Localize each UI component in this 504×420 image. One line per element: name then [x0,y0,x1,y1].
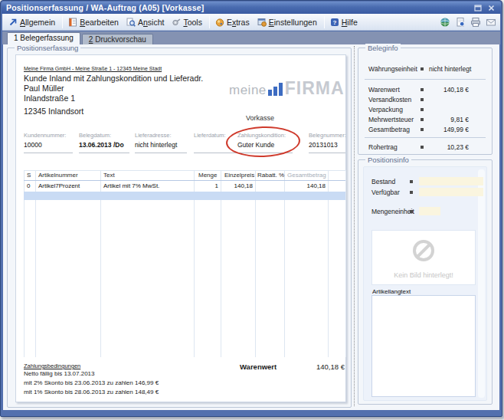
svg-text:?: ? [332,19,336,26]
beleginfo-row-waehrungseinheit: Währungseinheit nicht hinterlegt [358,65,492,74]
panel-divider[interactable] [354,46,355,406]
cell-gesamtbetrag[interactable]: 140,18 [284,182,326,189]
magnifier-page-icon [126,18,136,27]
menu-ansicht[interactable]: Ansicht [123,16,169,28]
scrollbar-track[interactable] [478,169,485,398]
col-header-s[interactable]: S [27,172,31,179]
menu-hilfe[interactable]: ? Hilfe [327,16,362,28]
col-header-text[interactable]: Text [103,172,115,179]
payment-terms-heading: Zahlungsbedingungen [24,363,80,369]
equals-marker [421,67,424,71]
menu-separator [62,16,63,28]
document-type: Vorkasse [246,114,274,122]
beleginfo-row-gesamtbetrag: Gesamtbetrag 149,99 € [358,126,492,135]
menu-tools[interactable]: Tools [169,16,207,28]
field-kundennummer[interactable]: Kundennummer: 10000 [24,132,73,153]
positionsinfo-row-mengeneinheit: Mengeneinheit [364,208,486,217]
app-window: Positionserfassung / WA-Auftrag (A05) [V… [0,0,502,417]
orb-icon [215,18,224,27]
beleginfo-row-versandkosten: Versandkosten [358,96,492,105]
separator-line [365,137,486,138]
positionsinfo-panel: Bestand Verfügbar Mengeneinheit Kein B [363,166,487,401]
equals-marker [410,180,413,183]
menu-einstellungen[interactable]: Einstellungen [254,16,322,28]
article-image-placeholder: Kein Bild hinterlegt! [371,230,476,285]
titlebar: Positionserfassung / WA-Auftrag (A05) [V… [2,2,501,14]
arrow-ne-icon [8,18,18,27]
col-header-menge[interactable]: Menge [198,172,217,179]
tab-belegerfassung[interactable]: 1 Belegerfassung [7,32,80,44]
help-icon: ? [330,18,339,27]
beleginfo-group: Beleginfo Währungseinheit nicht hinterle… [358,48,493,155]
cell-s[interactable]: 0 [27,182,30,189]
positions-table: S Artikelnummer Text Menge Einzelpreis R… [24,170,345,357]
export-button[interactable] [454,16,466,28]
payment-terms-line: mit 1% Skonto bis 28.06.2013 zu zahlen 1… [24,389,159,395]
equals-marker [421,88,424,91]
equals-marker [421,108,424,111]
globe-icon [440,17,450,28]
address-line: Paul Müller [24,84,64,93]
restore-icon [474,5,482,11]
payment-terms-line: mit 2% Skonto bis 23.06.2013 zu zahlen 1… [24,379,159,386]
tab-druckvorschau[interactable]: 2 Druckvorschau [82,34,153,44]
cell-artikelnummer[interactable]: Artikel7Prozent [38,182,80,189]
no-image-text: Kein Bild hinterlegt! [372,271,475,279]
document-preview: Meine Firma GmbH - Meine Straße 1 - 1234… [15,54,346,402]
separator-line [365,79,486,80]
equals-marker [421,98,424,101]
address-city: 12345 Inlandsort [24,107,83,116]
menu-bearbeiten[interactable]: Bearbeiten [65,16,123,28]
field-zahlungskondition[interactable]: Zahlungskondition: Guter Kunde [237,132,293,153]
menu-allgemein[interactable]: Allgemein [5,16,60,28]
cell-menge[interactable]: 1 [194,182,218,189]
equals-marker [410,210,413,213]
group-label: Beleginfo [365,44,401,52]
positionserfassung-group: Positionserfassung Meine Firma GmbH - Me… [7,48,352,408]
positionsinfo-row-bestand: Bestand [364,178,486,187]
positionsinfo-group: Positionsinfo Bestand Verfügbar Mengenei… [358,159,493,405]
menu-extras[interactable]: Extras [212,16,254,28]
logo-word2: FIRMA [285,81,345,97]
total-label: Warenwert [240,363,277,371]
document-export-icon [455,17,466,28]
longtext-label: Artikellangtext [372,288,411,295]
close-button[interactable] [486,3,496,12]
tabstrip: 1 Belegerfassung 2 Druckvorschau [2,31,500,44]
payment-terms-line: Netto fällig bis 13.07.2013 [24,370,95,377]
selected-empty-row[interactable] [24,192,345,200]
field-belegdatum[interactable]: Belegdatum: 13.06.2013 /Do [79,132,129,153]
group-label: Positionserfassung [15,44,80,52]
col-header-einzelpreis[interactable]: Einzelpreis [224,172,254,179]
col-header-artikelnummer[interactable]: Artikelnummer [38,172,78,179]
window-gear-icon [257,18,267,27]
restore-button[interactable] [473,3,483,12]
print-button[interactable] [470,16,482,28]
col-header-rabatt[interactable]: Rabatt. % [257,172,284,179]
beleginfo-row-verpackung: Verpackung [358,106,492,115]
mail-button[interactable] [485,16,497,28]
crossed-circle-icon [413,240,434,261]
longtext-input[interactable] [371,295,476,397]
equals-marker [421,118,424,121]
cell-einzelpreis[interactable]: 140,18 [221,182,253,189]
bestand-value-field [419,177,483,185]
equals-marker [421,128,424,131]
menu-separator [324,16,325,28]
logo-word1: meine [229,84,267,97]
beleginfo-row-mehrwertsteuer: Mehrwertsteuer 9,81 € [358,116,492,125]
field-lieferdatum[interactable]: Lieferdatum: [194,132,237,153]
verfuegbar-value-field [419,188,483,196]
window-title: Positionserfassung / WA-Auftrag (A05) [V… [6,3,205,12]
beleginfo-row-rohertrag: Rohertrag 10,23 € [358,143,492,153]
field-belegnummer[interactable]: Belegnummer: 20131013 [309,132,345,153]
field-lieferadresse[interactable]: Lieferadresse: nicht hinterlegt [135,132,187,153]
col-header-gesamtbetrag[interactable]: Gesamtbetrag [287,172,326,179]
gear-wrench-icon [172,18,181,27]
cell-text[interactable]: Artikel mit 7% MwSt. [103,182,159,189]
menu-separator [209,16,210,28]
globe-button[interactable] [439,16,451,28]
address-line: Inlandstraße 1 [24,94,75,103]
beleginfo-row-warenwert: Warenwert 140,18 € [358,86,492,95]
menubar: Allgemein Bearbeiten Ansicht Tools Extra… [2,14,500,31]
